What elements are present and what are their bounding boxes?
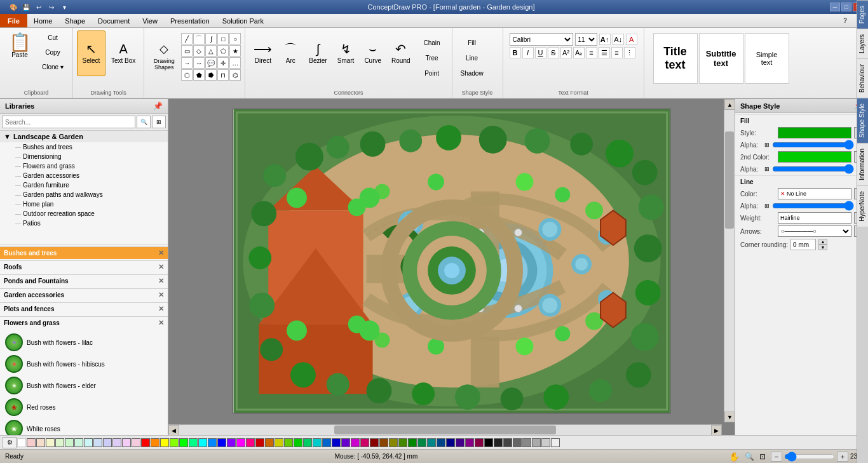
smart-button[interactable]: ↯ Smart	[333, 30, 359, 76]
vertical-scrollbar[interactable]: ▲ ▼	[724, 99, 735, 422]
swatch-18[interactable]	[189, 438, 198, 447]
fill-alpha-slider[interactable]	[772, 142, 854, 148]
point-button[interactable]: Point	[416, 66, 448, 80]
swatch-34[interactable]	[341, 438, 350, 447]
swatch-43[interactable]	[427, 438, 436, 447]
title-text-preview[interactable]: Titletext	[653, 33, 698, 84]
shape-arc[interactable]: ⌒	[193, 33, 205, 44]
swatch-20[interactable]	[208, 438, 217, 447]
corner-spin-up[interactable]: ▲	[818, 239, 827, 245]
bezier-button[interactable]: ∫ Bezier	[304, 30, 331, 76]
tree-item-6[interactable]: Home plan	[0, 199, 168, 209]
swatch-2[interactable]	[36, 438, 45, 447]
corner-spin-down[interactable]: ▼	[818, 245, 827, 250]
italic-btn[interactable]: I	[522, 47, 534, 58]
subtitle-text-preview[interactable]: Subtitletext	[699, 33, 743, 84]
swatch-38[interactable]	[379, 438, 388, 447]
align-left-btn[interactable]: ≡	[586, 47, 597, 58]
menu-document[interactable]: Document	[92, 14, 136, 27]
superscript-btn[interactable]: A²	[560, 47, 572, 58]
swatch-28[interactable]	[284, 438, 293, 447]
simple-text-preview[interactable]: Simpletext	[745, 33, 789, 84]
swatch-39[interactable]	[389, 438, 398, 447]
tree-item-1[interactable]: Dimensioning	[0, 152, 168, 161]
swatch-41[interactable]	[408, 438, 417, 447]
align-justify-btn[interactable]: ⋮	[624, 47, 635, 58]
hand-tool-btn[interactable]: ✋	[729, 452, 740, 462]
minimize-btn[interactable]: ─	[830, 3, 840, 11]
list-item-0[interactable]: ❀ Bush with flowers - lilac	[3, 332, 165, 353]
fill-button[interactable]: Fill	[456, 36, 488, 50]
swatch-5[interactable]	[65, 438, 74, 447]
swatch-35[interactable]	[351, 438, 360, 447]
swatch-42[interactable]	[417, 438, 426, 447]
side-tab-hypernote[interactable]: HyperNote	[857, 185, 868, 227]
tree-item-7[interactable]: Outdoor recreation space	[0, 209, 168, 218]
swatch-45[interactable]	[446, 438, 455, 447]
swatch-47[interactable]	[465, 438, 474, 447]
swatch-22[interactable]	[227, 438, 236, 447]
swatch-36[interactable]	[360, 438, 369, 447]
redo-btn[interactable]: ↪	[46, 1, 57, 13]
line-color-box[interactable]: ✕ No Line	[778, 188, 851, 199]
shadow-button[interactable]: Shadow	[456, 66, 488, 80]
textbox-button[interactable]: A Text Box	[107, 30, 140, 76]
clone-button[interactable]: Clone ▾	[37, 60, 69, 74]
swatch-37[interactable]	[370, 438, 379, 447]
shape-more[interactable]: …	[229, 57, 241, 69]
shape-line[interactable]: ╱	[181, 33, 193, 44]
strikethrough-btn[interactable]: S	[548, 47, 559, 58]
swatch-4[interactable]	[55, 438, 64, 447]
menu-solutionpark[interactable]: Solution Park	[216, 14, 270, 27]
swatch-10[interactable]	[112, 438, 121, 447]
scroll-left-btn[interactable]: ◀	[168, 425, 179, 435]
arc-button[interactable]: ⌒ Arc	[278, 30, 303, 76]
list-item-2[interactable]: ❀ Bush with flowers - elder	[3, 375, 165, 396]
copy-button[interactable]: Copy	[37, 45, 69, 59]
align-center-btn[interactable]: ☰	[599, 47, 610, 58]
align-right-btn[interactable]: ≡	[611, 47, 623, 58]
curve-button[interactable]: ⌣ Curve	[360, 30, 386, 76]
zoom-out-btn[interactable]: −	[771, 452, 782, 462]
shape-diamond[interactable]: ◇	[193, 45, 205, 57]
tree-item-0[interactable]: Bushes and trees	[0, 142, 168, 152]
shape-p2[interactable]: ⬟	[193, 69, 205, 81]
diagram-canvas[interactable]	[233, 109, 671, 413]
swatch-3[interactable]	[46, 438, 55, 447]
swatch-8[interactable]	[93, 438, 102, 447]
canvas-area[interactable]: ▲ ▼ ◀ ▶	[168, 99, 735, 435]
second-color-box[interactable]	[778, 151, 851, 163]
tree-item-5[interactable]: Garden paths and walkways	[0, 190, 168, 199]
category-close-bushes[interactable]: ✕	[158, 249, 164, 257]
swatch-17[interactable]	[179, 438, 188, 447]
scroll-down-btn[interactable]: ▼	[724, 412, 735, 422]
menu-presentation[interactable]: Presentation	[164, 14, 216, 27]
qa-dropdown[interactable]: ▾	[58, 1, 70, 13]
swatch-26[interactable]	[265, 438, 274, 447]
swatch-21[interactable]	[217, 438, 226, 447]
zoom-slider[interactable]	[784, 452, 835, 462]
category-close-flowers[interactable]: ✕	[158, 319, 164, 327]
menu-home[interactable]: Home	[27, 14, 58, 27]
grow-font-btn[interactable]: A↑	[599, 34, 611, 45]
library-search-input[interactable]	[2, 116, 135, 128]
swatch-52[interactable]	[513, 438, 522, 447]
category-close-plots[interactable]: ✕	[158, 305, 164, 313]
fill-color-box[interactable]	[778, 127, 851, 138]
swatch-24[interactable]	[246, 438, 255, 447]
swatch-27[interactable]	[275, 438, 283, 447]
swatch-19[interactable]	[198, 438, 207, 447]
shape-triangle[interactable]: △	[205, 45, 217, 57]
shape-pentagon[interactable]: ⬠	[217, 45, 229, 57]
list-item-3[interactable]: ❀ Red roses	[3, 396, 165, 418]
shape-arrow[interactable]: →	[181, 57, 193, 69]
swatch-56[interactable]	[551, 438, 560, 447]
list-item-1[interactable]: ❀ Bush with flowers - hibiscus	[3, 353, 165, 375]
swatch-0[interactable]	[17, 438, 26, 447]
shape-ellipse[interactable]: ○	[229, 33, 241, 44]
cut-button[interactable]: Cut	[37, 30, 69, 44]
bold-btn[interactable]: B	[510, 47, 521, 58]
swatch-31[interactable]	[313, 438, 322, 447]
direct-button[interactable]: ⟶ Direct	[249, 30, 276, 76]
shape-cross[interactable]: ✛	[217, 57, 229, 69]
